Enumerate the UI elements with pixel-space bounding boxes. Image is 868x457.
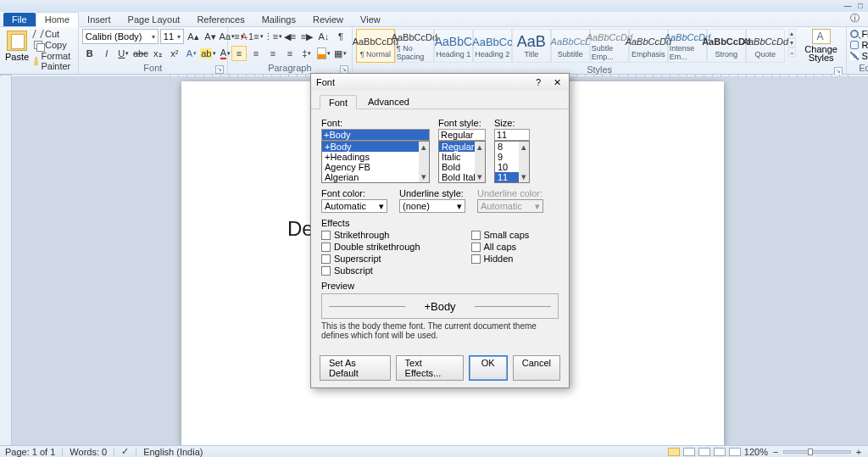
align-center-icon[interactable]: ≡ <box>248 46 264 61</box>
underline-style-dropdown[interactable]: (none)▾ <box>399 199 465 213</box>
list-item[interactable]: +Body <box>322 142 429 152</box>
view-print-layout-icon[interactable] <box>668 448 680 456</box>
dialog-close-icon[interactable]: ✕ <box>550 77 564 88</box>
align-right-icon[interactable]: ≡ <box>265 46 281 61</box>
listbox-scrollbar[interactable]: ▴▾ <box>419 142 429 182</box>
minimize-button[interactable]: — <box>844 2 852 10</box>
cancel-button[interactable]: Cancel <box>513 355 560 381</box>
zoom-out-button[interactable]: − <box>771 447 780 457</box>
font-name-listbox[interactable]: +Body +Headings Agency FB Algerian Arial… <box>321 141 430 183</box>
highlight-icon[interactable]: ab▾ <box>201 46 216 61</box>
tab-home[interactable]: Home <box>36 12 79 27</box>
style-item[interactable]: AaBbCcDd¶ No Spacing <box>395 29 434 63</box>
style-item[interactable]: AaBbCcDdQuote <box>746 29 785 63</box>
cut-button[interactable]: Cut <box>34 29 75 39</box>
view-draft-icon[interactable] <box>729 448 741 456</box>
underline-icon[interactable]: U▾ <box>116 46 131 61</box>
effect-checkbox[interactable]: All caps <box>471 242 530 252</box>
list-item[interactable]: Arial <box>322 182 429 183</box>
style-item[interactable]: AaBbCcHeading 2 <box>473 29 512 63</box>
find-button[interactable]: Find▾ <box>850 29 868 39</box>
borders-icon[interactable]: ▦▾ <box>333 46 348 61</box>
status-page[interactable]: Page: 1 of 1 <box>5 447 55 457</box>
status-words[interactable]: Words: 0 <box>70 447 107 457</box>
dialog-tab-advanced[interactable]: Advanced <box>359 94 419 109</box>
dialog-tab-font[interactable]: Font <box>320 95 357 109</box>
font-style-listbox[interactable]: Regular Italic Bold Bold Italic ▴▾ <box>438 141 486 183</box>
subscript-icon[interactable]: x₂ <box>150 46 165 61</box>
align-left-icon[interactable]: ≡ <box>231 46 247 61</box>
bullets-icon[interactable]: ≡▾ <box>231 29 247 44</box>
list-item[interactable]: Agency FB <box>322 162 429 172</box>
text-effects-button[interactable]: Text Effects... <box>396 355 464 381</box>
maximize-button[interactable]: □ <box>859 2 863 10</box>
zoom-value[interactable]: 120% <box>744 447 768 457</box>
status-proofing-icon[interactable]: ✓ <box>121 446 129 457</box>
effect-checkbox[interactable]: Small caps <box>471 230 530 240</box>
zoom-in-button[interactable]: + <box>854 447 863 457</box>
multilevel-icon[interactable]: ⋮≡▾ <box>265 29 281 44</box>
tab-review[interactable]: Review <box>304 13 352 26</box>
style-item[interactable]: AaBbCcDdStrong <box>707 29 746 63</box>
paste-button[interactable]: Paste <box>3 29 31 64</box>
shading-icon[interactable]: ▾ <box>316 46 331 61</box>
style-item[interactable]: AaBbCcLSubtitle <box>551 29 590 63</box>
font-size-listbox[interactable]: 8 9 10 11 12 ▴▾ <box>494 141 530 183</box>
line-spacing-icon[interactable]: ‡▾ <box>299 46 314 61</box>
tab-references[interactable]: References <box>188 13 253 26</box>
tab-insert[interactable]: Insert <box>79 13 120 26</box>
set-as-default-button[interactable]: Set As Default <box>320 355 391 381</box>
zoom-slider[interactable] <box>783 450 851 454</box>
font-style-input[interactable] <box>438 129 486 141</box>
tab-mailings[interactable]: Mailings <box>253 13 304 26</box>
dialog-titlebar[interactable]: Font ? ✕ <box>311 74 569 91</box>
justify-icon[interactable]: ≡ <box>282 46 298 61</box>
style-item[interactable]: AaBbCcDdEmphasis <box>629 29 668 63</box>
copy-button[interactable]: Copy <box>34 40 75 50</box>
effect-checkbox[interactable]: Strikethrough <box>321 230 420 240</box>
style-item[interactable]: AaBbCHeading 1 <box>434 29 473 63</box>
styles-gallery-scroll[interactable]: ▴▾⌄ <box>788 29 796 57</box>
view-full-screen-icon[interactable] <box>683 448 695 456</box>
superscript-icon[interactable]: x² <box>167 46 182 61</box>
shrink-font-icon[interactable]: A▾ <box>203 29 218 44</box>
listbox-scrollbar[interactable]: ▴▾ <box>475 142 485 182</box>
dialog-help-icon[interactable]: ? <box>531 77 545 88</box>
italic-icon[interactable]: I <box>99 46 114 61</box>
font-name-input[interactable] <box>321 129 430 141</box>
style-item[interactable]: AaBbCcDd¶ Normal <box>356 29 395 63</box>
font-name-combo[interactable]: Calibri (Body)▾ <box>82 29 159 44</box>
decrease-indent-icon[interactable]: ◀≡ <box>282 29 298 44</box>
ok-button[interactable]: OK <box>469 355 508 381</box>
effect-checkbox[interactable]: Superscript <box>321 254 420 264</box>
bold-icon[interactable]: B <box>82 46 97 61</box>
list-item[interactable]: Algerian <box>322 172 429 182</box>
tab-view[interactable]: View <box>352 13 389 26</box>
select-button[interactable]: Select▾ <box>850 51 868 61</box>
font-launcher-icon[interactable]: ↘ <box>215 65 224 74</box>
style-item[interactable]: AaBbCcDdIntense Em... <box>668 29 707 63</box>
text-effects-icon[interactable]: A▾ <box>184 46 199 61</box>
tab-page-layout[interactable]: Page Layout <box>120 13 189 26</box>
listbox-scrollbar[interactable]: ▴▾ <box>519 142 529 182</box>
view-web-layout-icon[interactable] <box>698 448 710 456</box>
effect-checkbox[interactable]: Hidden <box>471 254 530 264</box>
ribbon-help-icon[interactable]: ⓘ <box>842 10 868 26</box>
view-outline-icon[interactable] <box>714 448 726 456</box>
increase-indent-icon[interactable]: ≡▶ <box>299 29 314 44</box>
replace-button[interactable]: Replace <box>850 40 868 50</box>
vertical-ruler[interactable] <box>0 76 12 445</box>
font-size-input[interactable] <box>494 129 530 141</box>
sort-icon[interactable]: A↓ <box>316 29 331 44</box>
list-item[interactable]: +Headings <box>322 152 429 162</box>
font-color-dropdown[interactable]: Automatic▾ <box>321 199 387 213</box>
effect-checkbox[interactable]: Subscript <box>321 265 420 276</box>
format-painter-button[interactable]: Format Painter <box>34 51 75 71</box>
font-size-combo[interactable]: 11▾ <box>160 29 184 44</box>
list-item[interactable]: 12 <box>495 182 529 183</box>
effect-checkbox[interactable]: Double strikethrough <box>321 242 420 252</box>
status-language[interactable]: English (India) <box>143 447 203 457</box>
style-item[interactable]: AaBTitle <box>512 29 551 63</box>
numbering-icon[interactable]: 1≡▾ <box>248 29 264 44</box>
change-styles-button[interactable]: Change Styles <box>799 29 843 62</box>
